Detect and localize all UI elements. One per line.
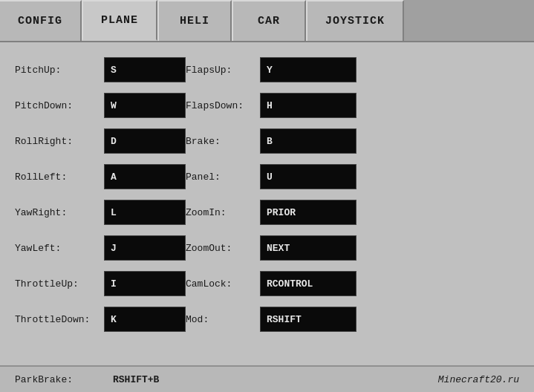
list-item: ThrottleUp:I: [15, 270, 186, 298]
list-item: Mod:RSHIFT: [186, 305, 356, 333]
parkbrake-row: ParkBrake: RSHIFT+B: [15, 374, 159, 385]
key-button[interactable]: K: [104, 307, 186, 332]
list-item: PitchUp:S: [15, 56, 186, 84]
tab-config[interactable]: CONFIG: [0, 0, 82, 41]
list-item: Brake:B: [186, 127, 356, 155]
field-label: YawLeft:: [15, 243, 104, 254]
tab-joystick[interactable]: JOYSTICK: [306, 0, 404, 41]
left-column: PitchUp:SPitchDown:WRollRight:DRollLeft:…: [15, 56, 186, 341]
key-button[interactable]: W: [104, 93, 186, 118]
field-label: ThrottleDown:: [15, 314, 104, 325]
key-button[interactable]: RSHIFT: [260, 307, 356, 332]
bottom-bar: ParkBrake: RSHIFT+B Minecraft20.ru: [0, 365, 534, 392]
watermark: Minecraft20.ru: [438, 373, 519, 385]
field-label: YawRight:: [15, 207, 104, 218]
list-item: ThrottleDown:K: [15, 305, 186, 333]
field-label: ZoomOut:: [186, 243, 260, 254]
key-button[interactable]: RCONTROL: [260, 271, 356, 296]
tab-heli[interactable]: HELI: [157, 0, 232, 41]
key-button[interactable]: H: [260, 93, 356, 118]
field-label: Brake:: [186, 136, 260, 147]
list-item: YawRight:L: [15, 198, 186, 226]
list-item: CamLock:RCONTROL: [186, 270, 356, 298]
tab-plane[interactable]: PLANE: [82, 0, 157, 41]
field-label: ThrottleUp:: [15, 278, 104, 290]
list-item: RollLeft:A: [15, 163, 186, 191]
list-item: Panel:U: [186, 163, 356, 191]
field-label: Mod:: [186, 314, 260, 325]
field-label: CamLock:: [186, 278, 260, 290]
list-item: ZoomOut:NEXT: [186, 234, 356, 262]
main-content: PitchUp:SPitchDown:WRollRight:DRollLeft:…: [0, 42, 534, 348]
list-item: RollRight:D: [15, 127, 186, 155]
key-button[interactable]: B: [260, 128, 356, 154]
tab-car[interactable]: CAR: [232, 0, 306, 41]
list-item: FlapsUp:Y: [186, 56, 356, 84]
list-item: ZoomIn:PRIOR: [186, 198, 356, 226]
right-column: [356, 56, 519, 341]
field-label: Panel:: [186, 172, 260, 183]
field-label: RollRight:: [15, 136, 104, 147]
parkbrake-label: ParkBrake:: [15, 374, 104, 385]
list-item: PitchDown:W: [15, 91, 186, 120]
field-label: PitchUp:: [15, 65, 104, 76]
key-button[interactable]: L: [104, 200, 186, 225]
list-item: YawLeft:J: [15, 234, 186, 262]
middle-column: FlapsUp:YFlapsDown:HBrake:BPanel:UZoomIn…: [186, 56, 356, 341]
tab-bar: CONFIG PLANE HELI CAR JOYSTICK: [0, 0, 534, 42]
field-label: RollLeft:: [15, 172, 104, 183]
key-button[interactable]: S: [104, 57, 186, 82]
key-button[interactable]: NEXT: [260, 235, 356, 261]
field-label: PitchDown:: [15, 100, 104, 111]
key-button[interactable]: U: [260, 164, 356, 189]
field-label: FlapsDown:: [186, 100, 260, 111]
field-label: FlapsUp:: [186, 65, 260, 76]
key-button[interactable]: Y: [260, 57, 356, 82]
key-button[interactable]: A: [104, 164, 186, 189]
key-button[interactable]: J: [104, 235, 186, 261]
key-button[interactable]: PRIOR: [260, 200, 356, 225]
list-item: FlapsDown:H: [186, 91, 356, 120]
key-button[interactable]: I: [104, 271, 186, 296]
parkbrake-value: RSHIFT+B: [110, 374, 159, 385]
field-label: ZoomIn:: [186, 207, 260, 218]
key-button[interactable]: D: [104, 128, 186, 154]
